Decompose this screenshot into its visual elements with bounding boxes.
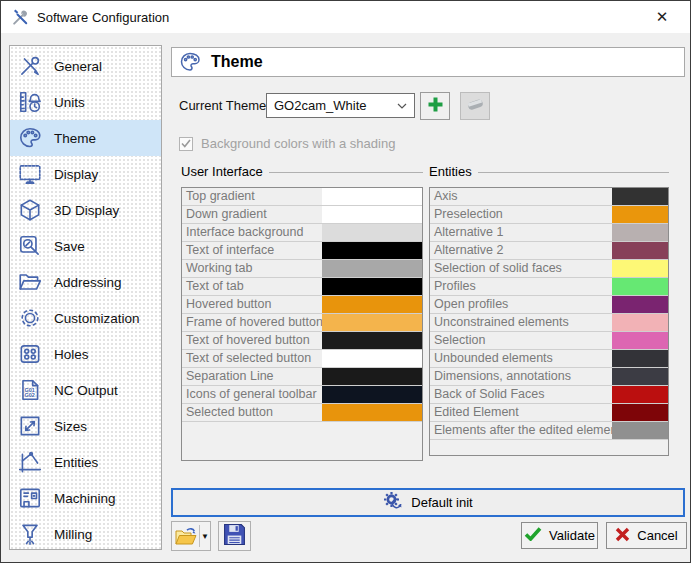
sidebar-item-save[interactable]: Save <box>10 228 161 264</box>
default-init-label: Default init <box>411 495 472 510</box>
machine-icon <box>15 483 45 513</box>
color-row[interactable]: Preselection <box>430 206 668 224</box>
sidebar-item-label: Display <box>54 167 98 182</box>
sidebar-item-sizes[interactable]: Sizes <box>10 408 161 444</box>
color-swatch[interactable] <box>322 260 422 277</box>
color-swatch[interactable] <box>322 350 422 367</box>
settings-category-list: General Units Theme Display 3D Display S… <box>9 45 162 550</box>
default-init-button[interactable]: Default init <box>171 488 685 517</box>
color-row-label: Unbounded elements <box>430 350 612 367</box>
cancel-button[interactable]: Cancel <box>606 522 687 549</box>
color-row[interactable]: Edited Element <box>430 404 668 422</box>
color-swatch[interactable] <box>322 332 422 349</box>
color-swatch[interactable] <box>612 188 668 205</box>
color-row[interactable]: Top gradient <box>182 188 422 206</box>
sidebar-item-holes[interactable]: Holes <box>10 336 161 372</box>
color-row-label: Profiles <box>430 278 612 295</box>
color-swatch[interactable] <box>612 224 668 241</box>
delete-theme-button[interactable] <box>460 92 490 120</box>
color-swatch[interactable] <box>322 224 422 241</box>
color-row[interactable]: Selection of solid faces <box>430 260 668 278</box>
sidebar-item-theme[interactable]: Theme <box>10 120 161 156</box>
color-row[interactable]: Text of hovered button <box>182 332 422 350</box>
color-swatch[interactable] <box>612 206 668 223</box>
sidebar-item-addressing[interactable]: Addressing <box>10 264 161 300</box>
color-row[interactable]: Separation Line <box>182 368 422 386</box>
shading-checkbox[interactable] <box>179 137 193 151</box>
color-row[interactable]: Text of selected button <box>182 350 422 368</box>
color-row[interactable]: Dimensions, annotations <box>430 368 668 386</box>
color-row[interactable]: Alternative 2 <box>430 242 668 260</box>
sidebar-item-label: Entities <box>54 455 98 470</box>
validate-button[interactable]: Validate <box>521 522 598 549</box>
sidebar-item-entities[interactable]: Entities <box>10 444 161 480</box>
open-dropdown-arrow[interactable]: ▼ <box>200 532 210 541</box>
color-swatch[interactable] <box>322 278 422 295</box>
color-row-label: Selected button <box>182 404 322 421</box>
color-swatch[interactable] <box>322 386 422 403</box>
color-swatch[interactable] <box>612 314 668 331</box>
sidebar-item-3d-display[interactable]: 3D Display <box>10 192 161 228</box>
color-swatch[interactable] <box>612 404 668 421</box>
color-swatch[interactable] <box>322 314 422 331</box>
color-swatch[interactable] <box>612 242 668 259</box>
monitor-icon <box>15 159 45 189</box>
sidebar-item-customization[interactable]: Customization <box>10 300 161 336</box>
color-row[interactable]: Unconstrained elements <box>430 314 668 332</box>
color-swatch[interactable] <box>612 260 668 277</box>
sidebar-item-units[interactable]: Units <box>10 84 161 120</box>
color-swatch[interactable] <box>322 404 422 421</box>
color-swatch[interactable] <box>612 296 668 313</box>
group-divider <box>478 172 669 173</box>
color-swatch[interactable] <box>612 368 668 385</box>
color-row-label: Hovered button <box>182 296 322 313</box>
color-row-label: Frame of hovered button <box>182 314 322 331</box>
color-swatch[interactable] <box>322 188 422 205</box>
sidebar-item-display[interactable]: Display <box>10 156 161 192</box>
color-swatch[interactable] <box>322 206 422 223</box>
sidebar-item-machining[interactable]: Machining <box>10 480 161 516</box>
theme-dropdown[interactable]: GO2cam_White <box>266 93 415 118</box>
software-configuration-dialog: Software Configuration ✕ General Units T… <box>0 0 691 563</box>
open-theme-file-button[interactable]: ▼ <box>171 521 211 551</box>
add-theme-button[interactable] <box>420 92 450 120</box>
color-row[interactable]: Text of tab <box>182 278 422 296</box>
color-row[interactable]: Down gradient <box>182 206 422 224</box>
sidebar-item-milling[interactable]: Milling <box>10 516 161 552</box>
color-row-label: Separation Line <box>182 368 322 385</box>
close-icon[interactable]: ✕ <box>647 1 677 33</box>
color-row[interactable]: Hovered button <box>182 296 422 314</box>
color-row[interactable]: Frame of hovered button <box>182 314 422 332</box>
sidebar-item-nc-output[interactable]: G01G02 NC Output <box>10 372 161 408</box>
color-row[interactable]: Text of interface <box>182 242 422 260</box>
sidebar-item-label: Customization <box>54 311 140 326</box>
sidebar-item-general[interactable]: General <box>10 48 161 84</box>
color-row[interactable]: Selection <box>430 332 668 350</box>
color-row[interactable]: Back of Solid Faces <box>430 386 668 404</box>
color-swatch[interactable] <box>612 386 668 403</box>
color-list: Top gradientDown gradientInterface backg… <box>181 187 423 461</box>
color-swatch[interactable] <box>322 368 422 385</box>
color-row[interactable]: Unbounded elements <box>430 350 668 368</box>
color-swatch[interactable] <box>612 278 668 295</box>
save-theme-button[interactable] <box>218 521 251 551</box>
color-row[interactable]: Icons of general toolbar <box>182 386 422 404</box>
color-swatch[interactable] <box>322 242 422 259</box>
gcode-document-icon: G01G02 <box>15 375 45 405</box>
color-row[interactable]: Open profiles <box>430 296 668 314</box>
sidebar-item-label: Milling <box>54 527 92 542</box>
color-swatch[interactable] <box>612 422 668 439</box>
color-swatch[interactable] <box>612 350 668 367</box>
color-swatch[interactable] <box>322 296 422 313</box>
diagonal-arrow-icon <box>15 411 45 441</box>
color-row[interactable]: Selected button <box>182 404 422 422</box>
color-row[interactable]: Axis <box>430 188 668 206</box>
color-row[interactable]: Elements after the edited element <box>430 422 668 440</box>
color-row[interactable]: Interface background <box>182 224 422 242</box>
sidebar-item-label: Addressing <box>54 275 122 290</box>
color-row[interactable]: Alternative 1 <box>430 224 668 242</box>
color-row[interactable]: Working tab <box>182 260 422 278</box>
ruler-clock-icon <box>15 87 45 117</box>
color-swatch[interactable] <box>612 332 668 349</box>
color-row[interactable]: Profiles <box>430 278 668 296</box>
